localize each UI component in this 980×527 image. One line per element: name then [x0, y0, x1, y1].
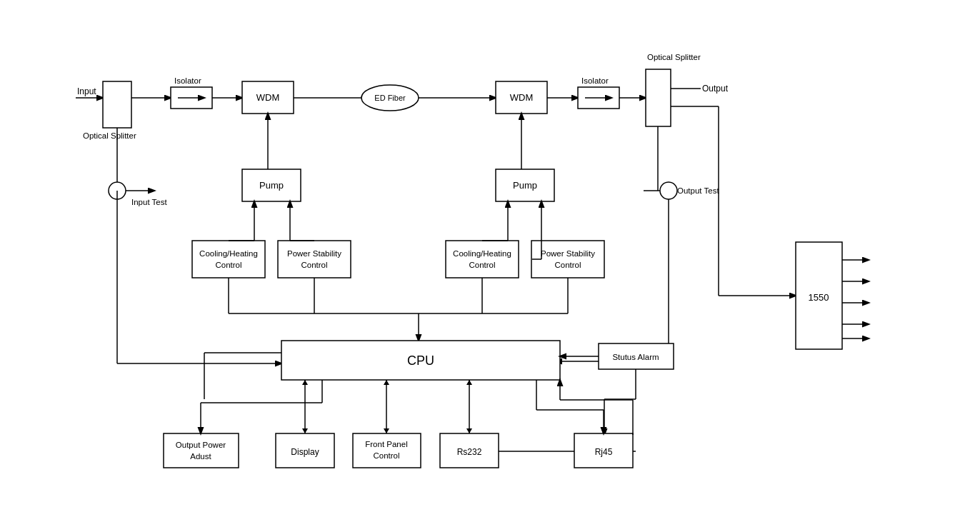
svg-text:CPU: CPU	[407, 353, 434, 368]
svg-text:Output Power: Output Power	[176, 441, 226, 449]
svg-rect-99	[353, 433, 421, 468]
svg-text:Pump: Pump	[513, 180, 537, 191]
svg-marker-103	[384, 380, 389, 385]
svg-text:Pump: Pump	[259, 180, 284, 191]
svg-rect-64	[446, 241, 519, 278]
svg-text:Adust: Adust	[190, 452, 211, 461]
svg-marker-104	[384, 428, 389, 433]
svg-text:Control: Control	[554, 261, 581, 269]
svg-text:Front Panel: Front Panel	[365, 440, 407, 448]
svg-text:Input: Input	[77, 86, 96, 96]
svg-rect-59	[278, 241, 351, 278]
svg-text:Control: Control	[373, 451, 399, 460]
diagram-container: Input Optical Splitter Isolator WDM ED F…	[61, 14, 919, 513]
svg-marker-97	[302, 380, 308, 385]
svg-rect-23	[646, 69, 671, 126]
svg-text:Input Test: Input Test	[131, 198, 167, 206]
svg-rect-2	[103, 81, 131, 128]
svg-text:Cooling/Heating: Cooling/Heating	[199, 249, 258, 258]
svg-text:Power Stability: Power Stability	[287, 249, 341, 258]
svg-text:Power Stability: Power Stability	[541, 249, 595, 258]
svg-text:1550: 1550	[809, 292, 829, 303]
svg-text:Optical Splitter: Optical Splitter	[83, 131, 136, 140]
svg-rect-88	[164, 433, 239, 468]
svg-text:Isolator: Isolator	[581, 76, 609, 85]
svg-point-42	[660, 182, 677, 199]
svg-text:Control: Control	[469, 261, 495, 269]
svg-text:WDM: WDM	[510, 92, 534, 103]
svg-text:Rj45: Rj45	[595, 447, 613, 457]
svg-text:Control: Control	[215, 261, 241, 269]
svg-text:Optical Splitter: Optical Splitter	[647, 53, 701, 61]
svg-marker-108	[466, 380, 472, 385]
svg-rect-54	[192, 241, 265, 278]
svg-marker-109	[466, 428, 472, 433]
svg-text:Control: Control	[301, 261, 327, 269]
svg-text:ED Fiber: ED Fiber	[374, 94, 406, 102]
svg-text:Output: Output	[702, 84, 729, 94]
svg-marker-98	[302, 428, 308, 433]
svg-text:Display: Display	[291, 447, 319, 457]
svg-rect-69	[531, 241, 604, 278]
svg-text:Isolator: Isolator	[174, 76, 201, 85]
svg-text:Output Test: Output Test	[677, 186, 719, 195]
svg-text:Stutus Alarm: Stutus Alarm	[612, 353, 659, 361]
svg-text:Cooling/Heating: Cooling/Heating	[453, 249, 511, 258]
svg-text:Rs232: Rs232	[457, 447, 482, 457]
svg-text:WDM: WDM	[256, 92, 280, 103]
